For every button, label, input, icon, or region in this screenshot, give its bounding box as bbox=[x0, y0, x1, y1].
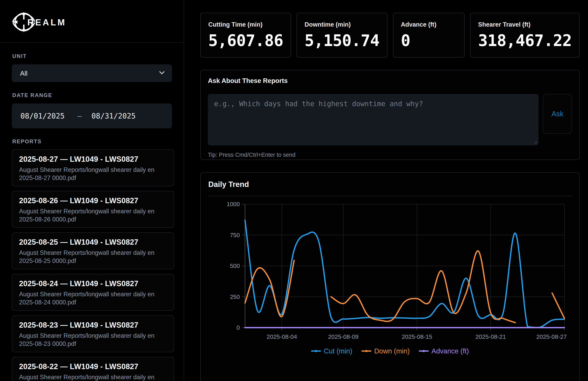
stat-value: 5,607.86 bbox=[208, 31, 283, 50]
report-list-item[interactable]: 2025-08-27 — LW1049 - LWS0827August Shea… bbox=[12, 149, 174, 186]
legend-line-point-icon bbox=[419, 349, 429, 353]
app-root: REALM UNIT All DATE RANGE 08/01/2025 – 0… bbox=[0, 0, 588, 381]
series-line-cut-min- bbox=[245, 220, 564, 328]
date-to-input[interactable]: 08/31/2025 bbox=[91, 112, 139, 120]
realm-globe-icon: REALM bbox=[12, 9, 66, 35]
reports-list: 2025-08-27 — LW1049 - LWS0827August Shea… bbox=[12, 149, 174, 381]
legend-item-advance-ft-[interactable]: Advance (ft) bbox=[419, 347, 469, 355]
reports-label: REPORTS bbox=[12, 139, 184, 145]
report-title: 2025-08-27 — LW1049 - LWS0827 bbox=[19, 155, 167, 164]
ask-panel-title: Ask About These Reports bbox=[208, 77, 572, 85]
legend-label: Cut (min) bbox=[324, 347, 352, 355]
daily-trend-chart: 025050075010002025-08-042025-08-092025-0… bbox=[201, 196, 580, 347]
report-title: 2025-08-22 — LW1049 - LWS0827 bbox=[19, 362, 167, 371]
unit-label: UNIT bbox=[12, 53, 184, 59]
report-list-item[interactable]: 2025-08-24 — LW1049 - LWS0827August Shea… bbox=[12, 274, 174, 311]
stat-label: Cutting Time (min) bbox=[208, 21, 283, 28]
date-from-input[interactable]: 08/01/2025 bbox=[21, 112, 68, 120]
stat-value: 0 bbox=[401, 31, 457, 50]
stat-value: 5,150.74 bbox=[305, 31, 379, 50]
stats-row: Cutting Time (min)5,607.86Downtime (min)… bbox=[200, 13, 580, 58]
sidebar-divider bbox=[0, 42, 184, 43]
x-tick-label: 2025-08-27 bbox=[536, 333, 567, 340]
svg-text:REALM: REALM bbox=[27, 18, 66, 27]
legend-item-down-min-[interactable]: Down (min) bbox=[361, 347, 410, 355]
stat-label: Shearer Travel (ft) bbox=[478, 21, 572, 28]
report-list-item[interactable]: 2025-08-22 — LW1049 - LWS0827August Shea… bbox=[12, 357, 174, 381]
report-title: 2025-08-24 — LW1049 - LWS0827 bbox=[19, 279, 167, 288]
sidebar: REALM UNIT All DATE RANGE 08/01/2025 – 0… bbox=[0, 0, 184, 381]
legend-label: Advance (ft) bbox=[431, 347, 469, 355]
chart-legend: Cut (min)Down (min)Advance (ft) bbox=[201, 347, 579, 355]
stat-value: 318,467.22 bbox=[478, 31, 572, 50]
brand-logo: REALM bbox=[0, 0, 184, 42]
unit-select[interactable]: All bbox=[12, 64, 172, 82]
stat-card: Cutting Time (min)5,607.86 bbox=[200, 13, 291, 58]
report-file-path: August Shearer Reports/longwall shearer … bbox=[19, 207, 167, 224]
y-tick-label: 1000 bbox=[227, 201, 240, 207]
ask-button[interactable]: Ask bbox=[543, 94, 572, 134]
legend-line-point-icon bbox=[361, 349, 371, 353]
report-list-item[interactable]: 2025-08-23 — LW1049 - LWS0827August Shea… bbox=[12, 315, 174, 352]
daily-trend-panel: Daily Trend 025050075010002025-08-042025… bbox=[200, 172, 580, 381]
legend-line-point-icon bbox=[311, 349, 321, 353]
y-tick-label: 250 bbox=[230, 294, 240, 300]
x-tick-label: 2025-08-09 bbox=[328, 333, 358, 340]
ask-input-row: Ask bbox=[208, 94, 572, 146]
ask-question-textarea[interactable] bbox=[208, 94, 538, 145]
chevron-down-icon bbox=[159, 71, 165, 76]
report-title: 2025-08-26 — LW1049 - LWS0827 bbox=[19, 196, 167, 205]
stat-label: Advance (ft) bbox=[401, 21, 457, 28]
date-range-label: DATE RANGE bbox=[12, 92, 184, 98]
ask-textarea-wrap bbox=[208, 94, 538, 146]
ask-tip-text: Tip: Press Cmd/Ctrl+Enter to send bbox=[208, 152, 572, 158]
date-range-separator: – bbox=[68, 112, 91, 120]
ask-panel: Ask About These Reports Ask Tip: Press C… bbox=[200, 70, 580, 160]
stat-card: Shearer Travel (ft)318,467.22 bbox=[470, 13, 580, 58]
report-list-item[interactable]: 2025-08-26 — LW1049 - LWS0827August Shea… bbox=[12, 191, 174, 228]
x-tick-label: 2025-08-04 bbox=[267, 333, 297, 340]
stat-card: Advance (ft)0 bbox=[393, 13, 465, 58]
series-line-down-min- bbox=[331, 251, 515, 323]
y-tick-label: 500 bbox=[230, 263, 240, 269]
stat-card: Downtime (min)5,150.74 bbox=[296, 13, 387, 58]
x-tick-label: 2025-08-21 bbox=[476, 333, 506, 340]
y-tick-label: 0 bbox=[236, 324, 240, 331]
stat-label: Downtime (min) bbox=[305, 21, 379, 28]
report-file-path: August Shearer Reports/longwall shearer … bbox=[19, 166, 167, 182]
report-file-path: August Shearer Reports/longwall shearer … bbox=[19, 373, 167, 381]
x-tick-label: 2025-08-15 bbox=[402, 333, 432, 340]
unit-select-value: All bbox=[20, 69, 28, 77]
report-file-path: August Shearer Reports/longwall shearer … bbox=[19, 249, 167, 265]
legend-item-cut-min-[interactable]: Cut (min) bbox=[311, 347, 352, 355]
report-file-path: August Shearer Reports/longwall shearer … bbox=[19, 290, 167, 307]
main-content: Cutting Time (min)5,607.86Downtime (min)… bbox=[200, 0, 580, 381]
daily-trend-title: Daily Trend bbox=[208, 180, 579, 189]
report-title: 2025-08-25 — LW1049 - LWS0827 bbox=[19, 238, 167, 246]
report-list-item[interactable]: 2025-08-25 — LW1049 - LWS0827August Shea… bbox=[12, 232, 174, 269]
date-range-picker: 08/01/2025 – 08/31/2025 bbox=[12, 104, 172, 128]
y-tick-label: 750 bbox=[230, 232, 240, 238]
report-title: 2025-08-23 — LW1049 - LWS0827 bbox=[19, 321, 167, 329]
legend-label: Down (min) bbox=[374, 347, 410, 355]
report-file-path: August Shearer Reports/longwall shearer … bbox=[19, 332, 167, 348]
